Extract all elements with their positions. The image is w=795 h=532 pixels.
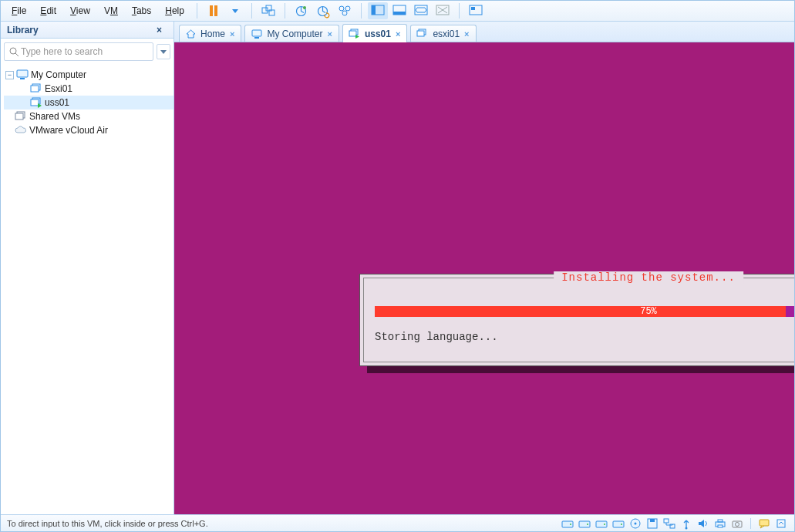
svg-point-49: [686, 527, 688, 529]
svg-rect-34: [417, 31, 424, 36]
snapshot-manager-button[interactable]: [335, 2, 355, 19]
tab-home[interactable]: Home ×: [179, 25, 241, 42]
search-dropdown[interactable]: [157, 44, 170, 59]
vm-console[interactable]: Installing the system... 75% Storing lan…: [174, 42, 794, 514]
svg-rect-55: [760, 520, 769, 526]
svg-rect-12: [393, 12, 406, 15]
monitor-icon: [16, 69, 29, 81]
snapshot-revert-icon: [317, 5, 328, 17]
menu-help[interactable]: Help: [159, 3, 190, 19]
device-tray: [561, 517, 788, 530]
floppy-icon[interactable]: [645, 517, 659, 530]
message-icon[interactable]: [757, 517, 771, 530]
installer-title: Installing the system...: [554, 271, 743, 284]
pause-dropdown[interactable]: [225, 2, 245, 19]
library-sidebar: Library × − My Computer: [1, 22, 174, 514]
console-view-icon: [372, 5, 384, 16]
tree-item-my-computer[interactable]: − My Computer: [4, 68, 173, 82]
tab-my-computer[interactable]: My Computer ×: [244, 25, 339, 42]
tab-close-icon[interactable]: ×: [464, 29, 469, 39]
collapse-icon[interactable]: −: [5, 71, 14, 79]
pause-button[interactable]: [204, 2, 224, 19]
vm-running-icon: [349, 29, 360, 39]
svg-rect-51: [718, 520, 723, 522]
progress-bar: 75%: [375, 306, 794, 317]
cd-icon[interactable]: [628, 517, 642, 530]
menu-edit[interactable]: Edit: [34, 3, 62, 19]
sidebar-search-row: [1, 39, 173, 65]
sound-icon[interactable]: [696, 517, 710, 530]
view-fullscreen-single-button[interactable]: [389, 2, 409, 19]
search-input[interactable]: [19, 45, 148, 58]
tab-close-icon[interactable]: ×: [327, 29, 332, 39]
menu-vm[interactable]: VM: [98, 3, 124, 19]
svg-point-4: [303, 6, 306, 9]
view-unity-button[interactable]: [433, 2, 453, 19]
hdd-icon[interactable]: [561, 517, 574, 530]
svg-line-20: [15, 53, 19, 56]
progress-label: 75%: [375, 306, 794, 317]
svg-rect-52: [718, 525, 723, 527]
chevron-down-icon: [232, 9, 238, 13]
keys-icon: [262, 5, 275, 16]
home-icon: [186, 29, 196, 39]
hdd-icon[interactable]: [611, 517, 625, 530]
svg-rect-13: [415, 5, 427, 15]
svg-rect-26: [31, 99, 39, 106]
menu-tabs[interactable]: Tabs: [126, 3, 157, 19]
svg-point-42: [621, 524, 622, 525]
send-ctrl-alt-del-button[interactable]: [258, 2, 278, 19]
installer-status: Storing language...: [375, 331, 498, 343]
camera-icon[interactable]: [730, 517, 744, 530]
network-icon[interactable]: [662, 517, 676, 530]
usb-icon[interactable]: [679, 517, 693, 530]
status-bar: To direct input to this VM, click inside…: [1, 514, 794, 531]
view-thumbnail-button[interactable]: [466, 2, 486, 19]
tab-close-icon[interactable]: ×: [230, 29, 234, 39]
menu-view[interactable]: View: [64, 3, 96, 19]
monitor-icon: [251, 29, 262, 39]
status-hint: To direct input to this VM, click inside…: [7, 519, 208, 528]
snapshot-manager-icon: [339, 5, 351, 16]
svg-rect-22: [20, 78, 25, 79]
snapshot-revert-button[interactable]: [313, 2, 333, 19]
view-console-button[interactable]: [368, 2, 388, 19]
chevron-down-icon: [160, 50, 167, 54]
sidebar-close-button[interactable]: ×: [157, 25, 167, 35]
sidebar-search[interactable]: [4, 42, 153, 61]
fullscreen-single-icon: [393, 5, 406, 16]
tab-bar: Home × My Computer × uss01 × esxi01 ×: [174, 22, 794, 42]
sidebar-title: Library: [7, 25, 39, 35]
svg-point-40: [604, 524, 605, 525]
view-stretch-button[interactable]: [411, 2, 431, 19]
svg-rect-30: [254, 37, 259, 39]
unity-icon: [436, 5, 449, 16]
expand-panel-icon[interactable]: [774, 517, 788, 530]
search-icon: [9, 47, 19, 57]
hdd-icon[interactable]: [595, 517, 608, 530]
svg-rect-32: [349, 31, 356, 36]
svg-rect-47: [664, 519, 669, 523]
shared-vms-icon: [15, 110, 27, 123]
tree-item-esxi01[interactable]: Esxi01: [4, 82, 173, 96]
content-area: Home × My Computer × uss01 × esxi01 ×: [174, 22, 794, 514]
snapshot-take-button[interactable]: [291, 2, 312, 19]
svg-rect-56: [777, 520, 785, 527]
tab-close-icon[interactable]: ×: [396, 29, 400, 39]
tab-uss01[interactable]: uss01 ×: [342, 24, 407, 42]
tree-item-uss01[interactable]: uss01: [4, 96, 173, 109]
tab-esxi01[interactable]: esxi01 ×: [410, 25, 476, 42]
main-row: Library × − My Computer: [1, 22, 794, 514]
tree-item-shared-vms[interactable]: Shared VMs: [4, 109, 173, 123]
printer-icon[interactable]: [713, 517, 727, 530]
svg-rect-28: [15, 113, 23, 120]
svg-rect-29: [252, 30, 261, 36]
menu-file[interactable]: File: [5, 3, 32, 19]
stretch-icon: [415, 5, 427, 16]
thumbnail-icon: [470, 5, 482, 16]
tree-item-vcloud-air[interactable]: VMware vCloud Air: [4, 123, 173, 137]
svg-point-6: [339, 6, 344, 11]
svg-point-7: [345, 6, 350, 11]
vm-running-icon: [30, 96, 42, 109]
hdd-icon[interactable]: [578, 517, 591, 530]
